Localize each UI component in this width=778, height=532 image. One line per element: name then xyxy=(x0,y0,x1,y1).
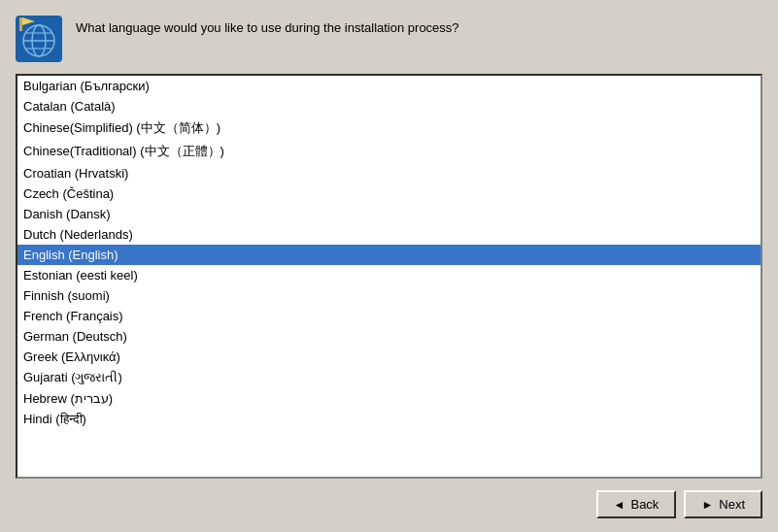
next-button[interactable]: ► Next xyxy=(684,490,762,518)
back-button[interactable]: ◄ Back xyxy=(596,490,677,518)
list-item[interactable]: Hebrew (עברית) xyxy=(17,388,761,409)
list-item[interactable]: Chinese(Simplified) (中文（简体）) xyxy=(17,116,761,140)
list-item[interactable]: Danish (Dansk) xyxy=(17,204,761,224)
back-label: Back xyxy=(630,497,659,512)
list-item[interactable]: Dutch (Nederlands) xyxy=(17,224,761,245)
list-item[interactable]: Gujarati (ગુજરાતી) xyxy=(17,367,761,388)
next-icon: ► xyxy=(701,498,713,512)
list-item[interactable]: English (English) xyxy=(17,245,761,265)
next-label: Next xyxy=(719,497,745,512)
list-item[interactable]: Finnish (suomi) xyxy=(17,285,761,306)
list-item[interactable]: Greek (Ελληνικά) xyxy=(17,347,761,367)
content-area: Bulgarian (Български)Catalan (Català)Chi… xyxy=(0,74,778,479)
header: What language would you like to use duri… xyxy=(0,0,778,74)
svg-rect-6 xyxy=(19,17,22,31)
language-list[interactable]: Bulgarian (Български)Catalan (Català)Chi… xyxy=(17,76,761,477)
list-item[interactable]: Catalan (Català) xyxy=(17,96,761,116)
list-item[interactable]: Bulgarian (Български) xyxy=(17,76,761,96)
back-icon: ◄ xyxy=(614,498,626,512)
footer: ◄ Back ► Next xyxy=(0,479,778,532)
header-question: What language would you like to use duri… xyxy=(76,16,459,37)
list-item[interactable]: French (Français) xyxy=(17,306,761,326)
language-list-container: Bulgarian (Български)Catalan (Català)Chi… xyxy=(16,74,762,479)
list-item[interactable]: German (Deutsch) xyxy=(17,326,761,347)
list-item[interactable]: Croatian (Hrvatski) xyxy=(17,163,761,183)
installer-icon xyxy=(16,16,62,62)
list-item[interactable]: Czech (Čeština) xyxy=(17,183,761,204)
list-item[interactable]: Hindi (हिन्दी) xyxy=(17,409,761,430)
list-item[interactable]: Chinese(Traditional) (中文（正體）) xyxy=(17,140,761,163)
list-item[interactable]: Estonian (eesti keel) xyxy=(17,265,761,285)
